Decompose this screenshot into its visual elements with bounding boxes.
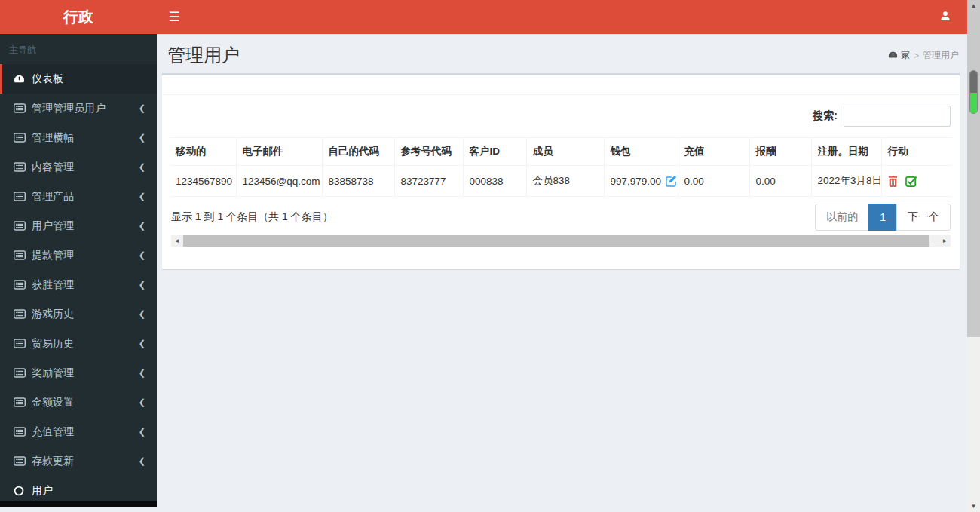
sidebar-item-reward-mgmt[interactable]: 奖励管理 ❮ xyxy=(0,358,157,388)
scroll-down-arrow-icon[interactable]: ▼ xyxy=(967,501,980,512)
chevron-left-icon: ❮ xyxy=(139,397,145,407)
list-alt-icon xyxy=(14,133,32,143)
col-client-id[interactable]: 客户ID xyxy=(463,138,526,166)
search-row: 搜索: xyxy=(170,106,951,127)
top-navbar: 行政 ☰ xyxy=(0,0,980,34)
breadcrumb-home-label: 家 xyxy=(901,49,910,62)
sidebar-item-deposit-update[interactable]: 存款更新 ❮ xyxy=(0,446,157,476)
horizontal-scrollbar[interactable]: ◄ ► xyxy=(171,235,951,247)
gauge-icon xyxy=(888,50,898,62)
cell-own-code: 83858738 xyxy=(322,166,394,197)
chevron-left-icon: ❮ xyxy=(139,456,145,466)
gauge-icon xyxy=(14,73,32,84)
sidebar-item-label: 提款管理 xyxy=(32,249,139,262)
col-member[interactable]: 成员 xyxy=(526,138,604,166)
trash-icon[interactable] xyxy=(888,176,898,187)
table-footer: 显示 1 到 1 个条目（共 1 个条目） 以前的 1 下一个 xyxy=(171,204,951,231)
chevron-left-icon: ❮ xyxy=(139,427,145,437)
col-wallet[interactable]: 钱包 xyxy=(604,138,678,166)
sidebar-item-game-history[interactable]: 游戏历史 ❮ xyxy=(0,299,157,329)
col-email[interactable]: 电子邮件 xyxy=(236,138,322,166)
vertical-scrollbar-thumb[interactable] xyxy=(969,70,978,114)
col-recharge[interactable]: 充值 xyxy=(678,138,749,166)
pagination-page-1-button[interactable]: 1 xyxy=(868,204,897,231)
col-own-code[interactable]: 自己的代码 xyxy=(322,138,394,166)
page-title: 管理用户 xyxy=(167,43,960,67)
chevron-left-icon: ❮ xyxy=(139,221,145,231)
scrollbar-thumb-gray xyxy=(970,71,977,93)
sidebar-item-label: 获胜管理 xyxy=(32,278,139,292)
sidebar-item-withdrawal-mgmt[interactable]: 提款管理 ❮ xyxy=(0,241,157,270)
sidebar: 主导航 仪表板 管理管理员用户 ❮ 管理横幅 ❮ 内容管理 ❮ 管理产品 ❮ xyxy=(0,34,157,507)
sidebar-item-label: 用户管理 xyxy=(32,219,139,233)
table-row: 1234567890 123456@qq.com 83858738 837237… xyxy=(170,166,952,197)
sidebar-item-admin-users[interactable]: 管理管理员用户 ❮ xyxy=(0,94,157,123)
sidebar-toggle-button[interactable]: ☰ xyxy=(157,0,191,34)
list-alt-icon xyxy=(14,162,32,172)
scroll-right-arrow-icon[interactable]: ► xyxy=(939,235,951,247)
search-label: 搜索: xyxy=(813,109,838,123)
sidebar-item-label: 充值管理 xyxy=(32,425,139,439)
vertical-scrollbar[interactable]: ▲ ▼ xyxy=(967,0,980,512)
sidebar-item-amount-settings[interactable]: 金额设置 ❮ xyxy=(0,388,157,417)
pagination-next-button[interactable]: 下一个 xyxy=(896,204,951,231)
chevron-left-icon: ❮ xyxy=(139,162,145,172)
sidebar-item-products[interactable]: 管理产品 ❮ xyxy=(0,182,157,211)
sidebar-item-label: 游戏历史 xyxy=(32,308,139,321)
sidebar-item-label: 用户 xyxy=(32,484,145,498)
cell-reward: 0.00 xyxy=(749,166,811,197)
main-content: 管理用户 家 > 管理用户 搜索: xyxy=(157,34,980,512)
list-alt-icon xyxy=(14,221,32,231)
chevron-left-icon: ❮ xyxy=(139,192,145,201)
sidebar-section-label: 主导航 xyxy=(0,34,157,64)
sidebar-item-banners[interactable]: 管理横幅 ❮ xyxy=(0,123,157,152)
box-header xyxy=(162,75,960,95)
col-action[interactable]: 行动 xyxy=(881,138,952,166)
circle-icon xyxy=(14,486,32,496)
chevron-left-icon: ❮ xyxy=(139,103,145,113)
hamburger-icon: ☰ xyxy=(168,9,179,25)
list-alt-icon xyxy=(14,427,32,437)
cell-client-id: 000838 xyxy=(463,166,526,197)
cell-mobile: 1234567890 xyxy=(170,166,236,197)
app-logo[interactable]: 行政 xyxy=(0,0,157,34)
vertical-scrollbar-track[interactable] xyxy=(967,0,980,337)
horizontal-scrollbar-thumb[interactable] xyxy=(183,235,929,247)
sidebar-menu: 仪表板 管理管理员用户 ❮ 管理横幅 ❮ 内容管理 ❮ 管理产品 ❮ 用户管理 … xyxy=(0,64,157,505)
edit-icon[interactable] xyxy=(666,176,677,187)
list-alt-icon xyxy=(14,280,32,290)
col-mobile[interactable]: 移动的 xyxy=(170,138,236,166)
breadcrumb-home-link[interactable]: 家 xyxy=(888,49,910,62)
scroll-up-arrow-icon[interactable]: ▲ xyxy=(967,0,980,11)
sidebar-item-recharge-mgmt[interactable]: 充值管理 ❮ xyxy=(0,417,157,446)
sidebar-item-label: 内容管理 xyxy=(32,161,139,174)
breadcrumb-separator: > xyxy=(914,51,919,61)
sidebar-item-label: 管理管理员用户 xyxy=(32,102,139,115)
list-alt-icon xyxy=(14,339,32,348)
vertical-scrollbar-track-lower[interactable] xyxy=(967,337,980,512)
entries-info: 显示 1 到 1 个条目（共 1 个条目） xyxy=(171,210,333,224)
check-square-icon[interactable] xyxy=(905,176,917,187)
chevron-left-icon: ❮ xyxy=(139,339,145,348)
col-reg-date[interactable]: 注册。日期 xyxy=(811,138,881,166)
content-header: 管理用户 家 > 管理用户 xyxy=(157,34,980,73)
col-ref-code[interactable]: 参考号代码 xyxy=(394,138,463,166)
sidebar-item-dashboard[interactable]: 仪表板 xyxy=(0,64,157,94)
breadcrumb-current: 管理用户 xyxy=(923,49,959,62)
sidebar-item-trade-history[interactable]: 贸易历史 ❮ xyxy=(0,329,157,358)
user-menu-button[interactable] xyxy=(930,0,960,34)
sidebar-bottom-strip xyxy=(0,501,157,507)
users-table: 移动的 电子邮件 自己的代码 参考号代码 客户ID 成员 钱包 充值 报酬 注册… xyxy=(170,137,952,197)
sidebar-item-label: 存款更新 xyxy=(32,455,139,468)
pagination-previous-button[interactable]: 以前的 xyxy=(815,204,869,231)
sidebar-item-user-mgmt[interactable]: 用户管理 ❮ xyxy=(0,211,157,241)
search-input[interactable] xyxy=(844,106,951,127)
scroll-left-arrow-icon[interactable]: ◄ xyxy=(171,235,182,247)
col-reward[interactable]: 报酬 xyxy=(749,138,811,166)
cell-member: 会员838 xyxy=(526,166,604,197)
chevron-left-icon: ❮ xyxy=(139,133,145,143)
sidebar-item-winning-mgmt[interactable]: 获胜管理 ❮ xyxy=(0,270,157,299)
breadcrumb: 家 > 管理用户 xyxy=(888,49,959,62)
sidebar-item-content-mgmt[interactable]: 内容管理 ❮ xyxy=(0,152,157,182)
list-alt-icon xyxy=(14,192,32,201)
